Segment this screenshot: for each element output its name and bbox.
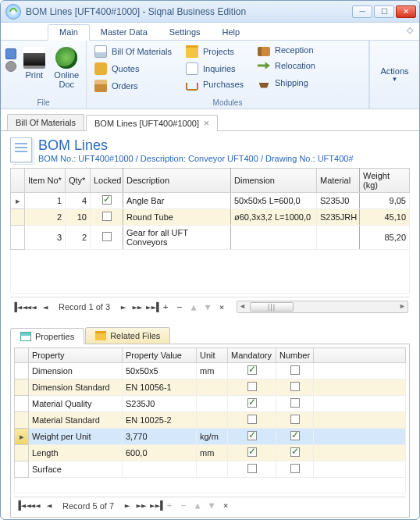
cell-unit[interactable]: kg/m bbox=[197, 429, 228, 445]
cell-property[interactable]: Weight per Unit bbox=[29, 429, 123, 445]
cell-locked[interactable] bbox=[91, 226, 123, 250]
bom-lines-grid[interactable]: Item No* Qty* Locked Description Dimensi… bbox=[10, 168, 410, 250]
cell-dim[interactable]: ø60,3x3,2 L=1000,0 bbox=[231, 209, 317, 226]
nav2-next-page[interactable]: ►► bbox=[136, 500, 147, 511]
cell-locked[interactable] bbox=[91, 209, 123, 226]
grid2-navigator[interactable]: ▐◄◄ ◄◄ ◄ Record 5 of 7 ► ►► ►►▌ + − ▲ ▼ … bbox=[14, 497, 406, 514]
close-tab-icon[interactable]: × bbox=[204, 118, 209, 129]
cell-item[interactable]: 1 bbox=[25, 193, 66, 209]
table-row[interactable]: 32Gear for all UFT Conveyors85,20 bbox=[11, 226, 410, 250]
online-doc-button[interactable]: OnlineDoc bbox=[52, 44, 82, 92]
grid1-navigator[interactable]: ▐◄◄ ◄◄ ◄ Record 1 of 3 ► ►► ►►▌ + − ▲ ▼ … bbox=[10, 297, 410, 316]
cell-locked[interactable] bbox=[91, 193, 123, 209]
table-row[interactable]: Dimension50x50x5mm bbox=[15, 363, 406, 379]
table-row[interactable]: ▸14Angle Bar50x50x5 L=600,0S235J09,05 bbox=[11, 193, 410, 209]
cell-value[interactable]: S235J0 bbox=[123, 396, 197, 412]
cell-value[interactable] bbox=[123, 461, 197, 478]
table-row[interactable]: Material QualityS235J0 bbox=[15, 396, 406, 412]
cell-mandatory[interactable] bbox=[228, 412, 276, 429]
cell-desc[interactable]: Angle Bar bbox=[123, 193, 231, 209]
col-locked[interactable]: Locked bbox=[91, 169, 123, 193]
cell-dim[interactable]: 50x50x5 L=600,0 bbox=[231, 193, 317, 209]
nav2-remove[interactable]: − bbox=[178, 500, 189, 511]
cell-qty[interactable]: 10 bbox=[66, 209, 91, 226]
nav-prev-page[interactable]: ◄◄ bbox=[26, 302, 37, 312]
reception-button[interactable]: Reception bbox=[254, 44, 319, 56]
nav2-last[interactable]: ►►▌ bbox=[150, 500, 161, 511]
doc-tab-bomlines[interactable]: BOM Lines [UFT400#1000]× bbox=[86, 115, 218, 131]
table-row[interactable]: ▸Weight per Unit3,770kg/m bbox=[15, 429, 406, 445]
bom-button[interactable]: Bill Of Materials bbox=[91, 44, 175, 59]
cell-property[interactable]: Material Quality bbox=[29, 396, 123, 412]
stop-icon[interactable] bbox=[5, 61, 16, 72]
cell-qty[interactable]: 4 bbox=[66, 193, 91, 209]
nav-up[interactable]: ▲ bbox=[188, 302, 199, 312]
cell-property[interactable]: Material Standard bbox=[29, 412, 123, 429]
nav2-add[interactable]: + bbox=[164, 500, 175, 511]
h-scrollbar[interactable]: ||| bbox=[237, 301, 408, 313]
cell-wt[interactable]: 9,05 bbox=[360, 193, 410, 209]
close-button[interactable]: ✕ bbox=[396, 5, 416, 18]
cell-unit[interactable] bbox=[197, 396, 228, 412]
nav2-first[interactable]: ▐◄◄ bbox=[16, 500, 27, 511]
cell-value[interactable]: EN 10056-1 bbox=[123, 379, 197, 396]
actions-button[interactable]: Actions ▼ bbox=[369, 41, 419, 109]
nav2-next[interactable]: ► bbox=[122, 500, 133, 511]
maximize-button[interactable]: ☐ bbox=[374, 5, 394, 18]
cell-value[interactable]: EN 10025-2 bbox=[123, 412, 197, 429]
table-row[interactable]: Surface bbox=[15, 461, 406, 478]
cell-mandatory[interactable] bbox=[228, 429, 276, 445]
properties-grid[interactable]: Property Property Value Unit Mandatory N… bbox=[14, 347, 406, 478]
save-icon[interactable] bbox=[5, 48, 16, 59]
ribbon-tab-help[interactable]: Help bbox=[212, 25, 251, 40]
cell-desc[interactable]: Gear for all UFT Conveyors bbox=[123, 226, 231, 250]
nav-add[interactable]: + bbox=[160, 302, 171, 312]
cell-mandatory[interactable] bbox=[228, 379, 276, 396]
col-dim[interactable]: Dimension bbox=[231, 169, 317, 193]
cell-value[interactable]: 600,0 bbox=[123, 445, 197, 461]
ribbon-tab-settings[interactable]: Settings bbox=[158, 25, 212, 40]
col-value[interactable]: Property Value bbox=[123, 348, 197, 363]
cell-property[interactable]: Dimension Standard bbox=[29, 379, 123, 396]
nav-remove[interactable]: − bbox=[174, 302, 185, 312]
cell-unit[interactable] bbox=[197, 461, 228, 478]
col-desc[interactable]: Description bbox=[123, 169, 231, 193]
cell-unit[interactable] bbox=[197, 379, 228, 396]
col-unit[interactable]: Unit bbox=[197, 348, 228, 363]
nav2-up[interactable]: ▲ bbox=[192, 500, 203, 511]
projects-button[interactable]: Projects bbox=[183, 44, 247, 59]
nav-first[interactable]: ▐◄◄ bbox=[12, 302, 23, 312]
cell-unit[interactable]: mm bbox=[197, 363, 228, 379]
ribbon-tab-main[interactable]: Main bbox=[48, 24, 90, 41]
shipping-button[interactable]: Shipping bbox=[254, 75, 319, 91]
cell-wt[interactable]: 45,10 bbox=[360, 209, 410, 226]
cell-item[interactable]: 2 bbox=[25, 209, 66, 226]
quotes-button[interactable]: Quotes bbox=[91, 61, 175, 77]
cell-value[interactable]: 50x50x5 bbox=[123, 363, 197, 379]
cell-wt[interactable]: 85,20 bbox=[360, 226, 410, 250]
tab-properties[interactable]: Properties bbox=[10, 328, 84, 344]
minimize-button[interactable]: ─ bbox=[352, 5, 372, 18]
cell-qty[interactable]: 2 bbox=[66, 226, 91, 250]
nav-next-page[interactable]: ►► bbox=[132, 302, 143, 312]
nav-last[interactable]: ►►▌ bbox=[146, 302, 157, 312]
cell-property[interactable]: Surface bbox=[29, 461, 123, 478]
cell-number[interactable] bbox=[276, 461, 314, 478]
cell-mat[interactable]: S235J0 bbox=[317, 193, 360, 209]
tab-related-files[interactable]: Related Files bbox=[85, 327, 170, 344]
cell-number[interactable] bbox=[276, 396, 314, 412]
cell-number[interactable] bbox=[276, 363, 314, 379]
cell-property[interactable]: Dimension bbox=[29, 363, 123, 379]
inquiries-button[interactable]: Inquiries bbox=[183, 61, 247, 77]
nav2-prev[interactable]: ◄ bbox=[44, 500, 55, 511]
table-row[interactable]: 210Round Tubeø60,3x3,2 L=1000,0S235JRH45… bbox=[11, 209, 410, 226]
cell-unit[interactable]: mm bbox=[197, 445, 228, 461]
cell-mandatory[interactable] bbox=[228, 445, 276, 461]
cell-property[interactable]: Length bbox=[29, 445, 123, 461]
titlebar[interactable]: BOM Lines [UFT400#1000] - Siqnal Busines… bbox=[1, 1, 419, 23]
cell-item[interactable]: 3 bbox=[25, 226, 66, 250]
purchases-button[interactable]: Purchases bbox=[183, 78, 247, 91]
col-number[interactable]: Number bbox=[276, 348, 314, 363]
col-qty[interactable]: Qty* bbox=[66, 169, 91, 193]
table-row[interactable]: Material StandardEN 10025-2 bbox=[15, 412, 406, 429]
